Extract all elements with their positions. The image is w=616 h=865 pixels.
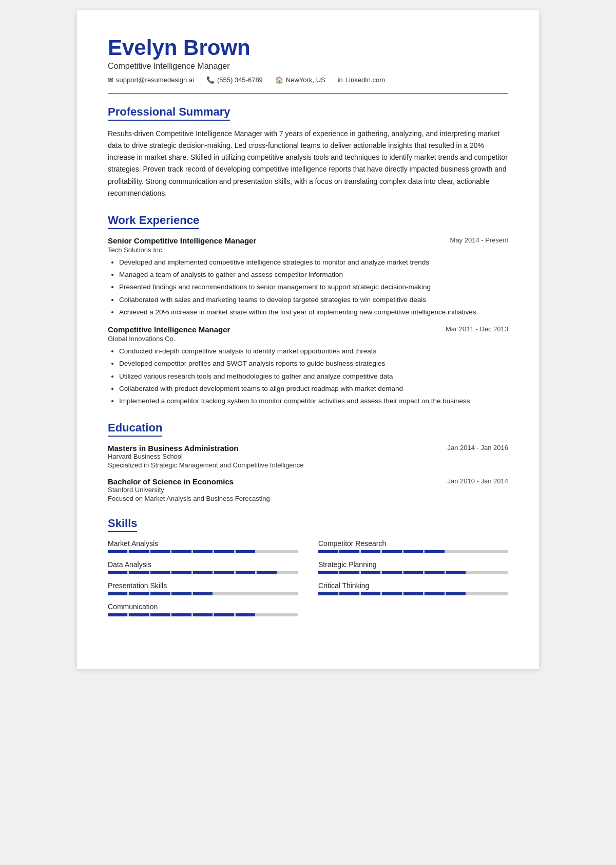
skill-bar-segment-filled bbox=[382, 550, 401, 553]
skill-item: Critical Thinking bbox=[318, 581, 508, 595]
job-1-header: Senior Competitive Intelligence Manager … bbox=[108, 236, 508, 245]
header-divider bbox=[108, 93, 508, 94]
skill-bar-segment-filled bbox=[171, 571, 191, 574]
skill-bar-segment-filled bbox=[446, 592, 466, 595]
skill-bar-segment-filled bbox=[171, 613, 191, 616]
job-1-bullets: Developed and implemented competitive in… bbox=[108, 257, 508, 318]
skill-bar-segment-empty bbox=[489, 550, 508, 553]
edu-1-date: Jan 2014 - Jan 2016 bbox=[447, 444, 508, 452]
summary-title: Professional Summary bbox=[108, 105, 230, 121]
skill-bar-segment-filled bbox=[214, 571, 234, 574]
bullet: Managed a team of analysts to gather and… bbox=[119, 269, 508, 280]
skill-bar bbox=[318, 550, 508, 553]
skill-bar-segment-filled bbox=[382, 571, 401, 574]
skill-bar-segment-filled bbox=[257, 571, 276, 574]
candidate-title: Competitive Intelligence Manager bbox=[108, 62, 508, 71]
job-2: Competitive Intelligence Manager Mar 201… bbox=[108, 325, 508, 407]
skill-name: Communication bbox=[108, 603, 298, 611]
skill-name: Critical Thinking bbox=[318, 581, 508, 590]
education-section: Education Masters in Business Administra… bbox=[108, 421, 508, 502]
skill-item: Competitor Research bbox=[318, 539, 508, 553]
skill-bar-segment-filled bbox=[193, 571, 213, 574]
skill-name: Market Analysis bbox=[108, 539, 298, 548]
skills-title: Skills bbox=[108, 517, 137, 532]
skill-bar-segment-filled bbox=[193, 613, 213, 616]
skill-bar-segment-filled bbox=[214, 613, 234, 616]
skill-bar-segment-filled bbox=[339, 550, 359, 553]
bullet: Collaborated with product development te… bbox=[119, 383, 508, 394]
skill-bar-segment-filled bbox=[425, 592, 444, 595]
candidate-name: Evelyn Brown bbox=[108, 36, 508, 60]
skill-bar-segment-filled bbox=[129, 613, 148, 616]
edu-1-school: Harvard Business School bbox=[108, 453, 508, 460]
phone-icon: 📞 bbox=[206, 76, 215, 84]
skills-col-left: Market AnalysisData AnalysisPresentation… bbox=[108, 539, 298, 624]
skill-bar bbox=[108, 550, 298, 553]
skill-bar-segment-empty bbox=[467, 550, 487, 553]
skill-item: Presentation Skills bbox=[108, 581, 298, 595]
job-2-header: Competitive Intelligence Manager Mar 201… bbox=[108, 325, 508, 334]
skill-bar-segment-filled bbox=[129, 592, 148, 595]
summary-text: Results-driven Competitive Intelligence … bbox=[108, 128, 508, 199]
edu-2-header: Bachelor of Science in Economics Jan 201… bbox=[108, 477, 508, 486]
job-1: Senior Competitive Intelligence Manager … bbox=[108, 236, 508, 318]
contact-phone: 📞 (555) 345-6789 bbox=[206, 76, 263, 84]
linkedin-text: LinkedIn.com bbox=[345, 76, 385, 84]
skill-bar-segment-filled bbox=[446, 571, 466, 574]
skill-bar-segment-empty bbox=[489, 571, 508, 574]
edu-2-desc: Focused on Market Analysis and Business … bbox=[108, 495, 508, 502]
skill-item: Strategic Planning bbox=[318, 560, 508, 574]
skill-bar-segment-filled bbox=[339, 571, 359, 574]
edu-1-degree: Masters in Business Administration bbox=[108, 444, 239, 453]
skills-col-right: Competitor ResearchStrategic PlanningCri… bbox=[318, 539, 508, 624]
skill-bar-segment-filled bbox=[318, 550, 338, 553]
skill-bar-segment-empty bbox=[257, 550, 276, 553]
header: Evelyn Brown Competitive Intelligence Ma… bbox=[108, 36, 508, 84]
skill-bar-segment-filled bbox=[108, 571, 127, 574]
contact-row: ✉ support@resumedesign.ai 📞 (555) 345-67… bbox=[108, 76, 508, 84]
bullet: Implemented a competitor tracking system… bbox=[119, 396, 508, 407]
skill-bar-segment-filled bbox=[193, 550, 213, 553]
edu-2-date: Jan 2010 - Jan 2014 bbox=[447, 477, 508, 485]
skill-bar-segment-filled bbox=[236, 613, 255, 616]
skill-bar-segment-empty bbox=[257, 592, 276, 595]
skill-bar-segment-filled bbox=[150, 571, 170, 574]
job-1-date: May 2014 - Present bbox=[450, 236, 508, 244]
skill-name: Competitor Research bbox=[318, 539, 508, 548]
edu-2: Bachelor of Science in Economics Jan 201… bbox=[108, 477, 508, 502]
skill-bar bbox=[108, 571, 298, 574]
skill-bar-segment-filled bbox=[129, 550, 148, 553]
job-2-bullets: Conducted in-depth competitive analysis … bbox=[108, 346, 508, 407]
edu-2-school: Stanford University bbox=[108, 486, 508, 494]
job-1-company: Tech Solutions Inc. bbox=[108, 246, 508, 254]
bullet: Developed and implemented competitive in… bbox=[119, 257, 508, 268]
contact-location: 🏠 NewYork, US bbox=[275, 76, 325, 84]
skill-bar-segment-filled bbox=[108, 592, 127, 595]
edu-1-desc: Specialized in Strategic Management and … bbox=[108, 461, 508, 469]
education-title: Education bbox=[108, 421, 162, 437]
skill-bar-segment-filled bbox=[403, 571, 423, 574]
skill-bar-segment-empty bbox=[278, 592, 298, 595]
skill-bar-segment-filled bbox=[382, 592, 401, 595]
skill-bar-segment-filled bbox=[425, 550, 444, 553]
skill-bar-segment-empty bbox=[467, 571, 487, 574]
skill-bar-segment-filled bbox=[214, 550, 234, 553]
skill-bar-segment-empty bbox=[278, 613, 298, 616]
summary-section: Professional Summary Results-driven Comp… bbox=[108, 105, 508, 199]
skill-bar-segment-empty bbox=[236, 592, 255, 595]
location-icon: 🏠 bbox=[275, 76, 283, 84]
skill-bar-segment-empty bbox=[446, 550, 466, 553]
skill-name: Data Analysis bbox=[108, 560, 298, 569]
skills-section: Skills Market AnalysisData AnalysisPrese… bbox=[108, 517, 508, 624]
skill-bar-segment-filled bbox=[129, 571, 148, 574]
job-2-date: Mar 2011 - Dec 2013 bbox=[446, 325, 508, 333]
skill-bar-segment-filled bbox=[361, 550, 380, 553]
job-2-company: Global Innovations Co. bbox=[108, 335, 508, 343]
skill-bar bbox=[108, 592, 298, 595]
bullet: Collaborated with sales and marketing te… bbox=[119, 294, 508, 306]
skill-bar-segment-empty bbox=[278, 550, 298, 553]
email-icon: ✉ bbox=[108, 76, 113, 84]
skill-bar-segment-filled bbox=[403, 592, 423, 595]
work-section: Work Experience Senior Competitive Intel… bbox=[108, 214, 508, 407]
skill-bar-segment-filled bbox=[425, 571, 444, 574]
